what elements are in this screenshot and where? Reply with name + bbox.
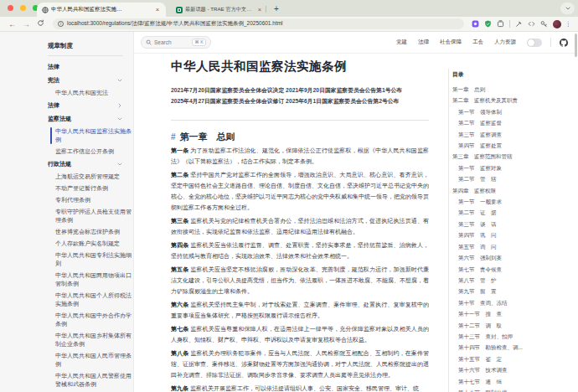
sidebar-item[interactable]: 中华人民共和国专利法实施细则	[48, 250, 133, 270]
tab-overflow-chevron-icon[interactable]	[560, 3, 575, 14]
article-number: 第一条	[171, 147, 188, 153]
new-tab-button[interactable]: +	[271, 3, 282, 14]
tab-close-icon[interactable]: ×	[256, 6, 263, 13]
document: 中华人民共和国监察法实施条例 2021年7月20日国家监察委员会全体会议决定 2…	[171, 54, 429, 392]
toc-item[interactable]: 第四节 讯 问	[452, 230, 578, 240]
meta-line: 2025年4月27日国家监察委员会全体会议修订 2025年6月1日国家监察委员会…	[171, 95, 429, 106]
window-controls	[8, 5, 39, 11]
toc-item[interactable]: 第十四节 勘验检查、调...	[452, 342, 578, 353]
sidebar-group-0[interactable]: 宪法	[48, 74, 133, 87]
url-bar[interactable]: i localhost:3000/regulations/法律/监察法规/中华人…	[53, 18, 464, 29]
nav-link-1[interactable]: 法律	[418, 39, 429, 46]
screenshot-extension-icon[interactable]	[496, 20, 504, 28]
minimize-window-button[interactable]	[20, 5, 26, 11]
toc-item[interactable]: 第五节 询 问	[452, 241, 578, 252]
axe-devtools-icon[interactable]	[514, 20, 523, 28]
sidebar-item[interactable]: 专利代理条例	[48, 194, 133, 206]
toc-item[interactable]: 第三节 监察调查	[452, 129, 578, 140]
tab-close-icon[interactable]: ×	[154, 6, 161, 13]
sidebar-item[interactable]: 个人存款账户实名制规定	[48, 238, 133, 250]
theme-toggle[interactable]	[527, 39, 542, 47]
sidebar-group-1[interactable]: 法律	[48, 99, 133, 112]
site-info-icon[interactable]: i	[58, 21, 64, 27]
page-root: 规章制度 法律宪法中华人民共和国宪法法律监察法规中华人民共和国监察法实施条例监察…	[0, 32, 578, 392]
law-article: 第一条为了推动监察工作法治化、规范化，保障依法公正行使监察权，根据《中华人民共和…	[171, 145, 429, 167]
trae-favicon-icon	[176, 7, 183, 13]
toc-item[interactable]: 第四章 监察权限	[452, 185, 578, 196]
toc-item[interactable]: 第四节 监察处置	[452, 140, 578, 151]
sidebar-item[interactable]: 中华人民共和国监察法实施条例	[48, 126, 133, 146]
nav-link-3[interactable]: 工会	[472, 39, 483, 46]
forward-button[interactable]: →	[21, 20, 32, 28]
toc-item[interactable]: 第六节 强制到案	[452, 252, 578, 263]
toc-item[interactable]: 第十三节 查封、扣押	[452, 331, 578, 342]
sidebar-group-label: 法律	[48, 101, 116, 110]
toc-item[interactable]: 第七节 责令候查	[452, 264, 578, 275]
nav-link-2[interactable]: 社会保障	[440, 39, 462, 46]
sidebar-group-3[interactable]: 行政法规	[48, 157, 133, 171]
header-divider	[550, 38, 551, 47]
article-number: 第四条	[171, 242, 188, 248]
article-list: 第一条为了推动监察工作法治化、规范化，保障依法公正行使监察权，根据《中华人民共和…	[171, 145, 429, 392]
browser-tab-active[interactable]: 中华人民共和国监察法实施条例 ×	[37, 3, 166, 17]
toc-item[interactable]: 第一节 领导体制	[452, 106, 578, 117]
law-article: 第二条坚持中国共产党对监察工作的全面领导，增强政治意识、大局意识、核心意识、看齐…	[171, 169, 429, 213]
toc-item[interactable]: 第十六节 技术调查	[452, 364, 578, 375]
sidebar-item[interactable]: 中华人民共和国乡村集体所有制企业条例	[48, 330, 133, 350]
article-text: 监察机关应当尊重和保障人权，在适用法律上一律平等，充分保障监察对象以及相关人员的…	[171, 326, 429, 343]
toc-item[interactable]: 第二节 监察监督	[452, 117, 578, 128]
toc-item[interactable]: 第一节 监察对象	[452, 162, 578, 173]
sidebar-title: 规章制度	[48, 39, 133, 55]
toc-item[interactable]: 第十五节 鉴 定	[452, 353, 578, 364]
sidebar-item[interactable]: 中华人民共和国人民币管理条例	[48, 350, 133, 370]
sidebar-item[interactable]: 不动产登记暂行条例	[48, 183, 133, 194]
toc-item[interactable]: 第十二节 调 取	[452, 320, 578, 331]
toc-item[interactable]: 第一章 总则	[452, 84, 578, 95]
browser-menu-icon[interactable]: ⋮	[565, 20, 572, 28]
github-icon[interactable]	[560, 39, 568, 47]
toc-item[interactable]: 第三节 谈 话	[452, 219, 578, 230]
page-scrollbar[interactable]	[575, 34, 577, 57]
sidebar-item[interactable]: 中华人民共和国宪法	[48, 87, 133, 99]
toc-item[interactable]: 第二节 证 据	[452, 207, 578, 218]
law-article: 第五条监察机关应当坚定不移惩治腐败，推动深化改革、完善制度，规范权力运行，加强新…	[171, 264, 429, 297]
browser-tab-inactive[interactable]: 最新话题 - TRAE 官方中文社区 ×	[173, 3, 263, 17]
toc-item[interactable]: 第九节 留 置	[452, 286, 578, 297]
sidebar-item[interactable]: 监察工作信息公开条例	[48, 146, 133, 157]
profile-avatar[interactable]	[553, 20, 561, 28]
nav-link-4[interactable]: 人力资源	[494, 39, 516, 46]
close-window-button[interactable]	[8, 5, 13, 11]
toc-item[interactable]: 第十八节 限制出境	[452, 387, 578, 392]
toc-item[interactable]: 第十节 查询、冻结	[452, 297, 578, 308]
sidebar-item[interactable]: 上海航运交易所管理规定	[48, 171, 133, 183]
toc-item[interactable]: 第八节 管 护	[452, 275, 578, 286]
site-header: Search ⌘ K 党建法律社会保障工会人力资源	[134, 32, 578, 54]
extension-purple-icon[interactable]	[471, 20, 479, 28]
sidebar-item[interactable]: 中华人民共和国中外合作办学条例	[48, 310, 133, 330]
toc-item[interactable]: 第一节 一般要求	[452, 196, 578, 207]
back-button[interactable]: ←	[7, 20, 18, 28]
sidebar-item[interactable]: 中华人民共和国两用物项出口管制条例	[48, 270, 133, 290]
toc-item[interactable]: 第二节 管 辖	[452, 173, 578, 184]
search-input[interactable]: Search ⌘ K	[141, 36, 211, 49]
search-placeholder: Search	[154, 39, 189, 45]
toc-item[interactable]: 第十一节 搜 查	[452, 308, 578, 319]
article-number: 第九条	[171, 385, 188, 391]
sidebar-item[interactable]: 中华人民共和国人民警察使用警械和武器条例	[48, 370, 133, 390]
sidebar-item[interactable]: 中华人民共和国个人所得税法实施条例	[48, 290, 133, 310]
heading-anchor-link[interactable]: #	[171, 132, 176, 142]
toc-item[interactable]: 第二章 监察机关及其职责	[452, 95, 578, 106]
article-text: 监察机关应当依法履行监督、调查、处置职责，坚持实事求是，坚持惩前毖后、治病救人，…	[171, 242, 429, 259]
nav-link-0[interactable]: 党建	[396, 39, 407, 46]
toc-item[interactable]: 第三章 监察范围和管辖	[452, 151, 578, 162]
document-row: 中华人民共和国监察法实施条例 2021年7月20日国家监察委员会全体会议决定 2…	[134, 54, 578, 392]
shield-extension-icon[interactable]	[483, 20, 492, 28]
sidebar-item[interactable]: 世界博览会标志保护条例	[48, 226, 133, 238]
code-icon[interactable]	[527, 20, 535, 28]
toc-item[interactable]: 第十七节 通 缉	[452, 376, 578, 387]
sidebar-group-2[interactable]: 监察法规	[48, 112, 133, 126]
sidebar-item[interactable]: 专职守护押运人员枪支使用管理条例	[48, 206, 133, 226]
keys-icon[interactable]	[539, 20, 548, 28]
reload-button[interactable]	[35, 19, 46, 28]
article-number: 第二条	[171, 172, 188, 178]
